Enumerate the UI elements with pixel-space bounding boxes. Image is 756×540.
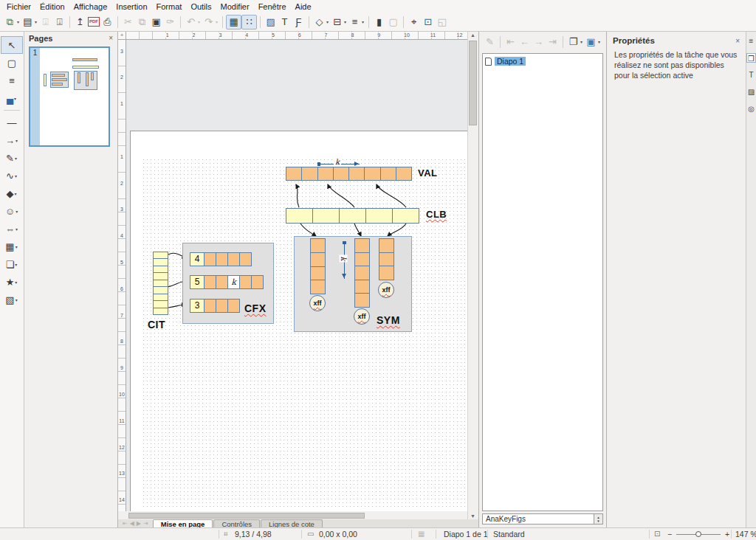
cit-array[interactable] [153,252,168,315]
select-button[interactable]: ↖ [1,36,23,54]
3d-objects-dropdown-icon[interactable]: ▾ [16,297,18,302]
navigator-slide-label[interactable]: Diapo 1 [495,57,526,66]
new-dropdown-icon[interactable]: ▾ [17,19,19,24]
insert-text-box-button[interactable]: T [278,15,292,30]
layer-tab-mise-en-page[interactable]: Mise en page [153,519,213,527]
insert-fontwork-button[interactable]: Ƒ [292,15,306,30]
edit-points-button[interactable]: ⌖ [407,15,421,30]
3d-objects-button[interactable]: ▧▾ [1,291,23,308]
menu-edition[interactable]: Édition [35,1,69,12]
lines-and-arrows-button[interactable]: →▾ [1,131,23,149]
stars-and-banners-button[interactable]: ★▾ [1,273,23,291]
insert-text-box-tool-button[interactable]: ≡ [1,72,23,89]
layer-tab-controles[interactable]: Contrôles [213,519,260,527]
cfx-row[interactable]: 5k [190,275,264,289]
combo-spinner-icon[interactable]: ▲▼ [594,514,602,524]
open-dropdown-icon[interactable]: ▾ [35,19,37,24]
fill-color-dropdown-icon[interactable]: ▾ [14,96,16,101]
undo-dropdown-icon[interactable]: ▾ [198,19,200,24]
flowchart-button[interactable]: ▦▾ [1,238,23,255]
figure-group[interactable]: k VAL CLB k SYM CIT CFX 45k3xffxffxff [142,158,467,510]
clb-array[interactable] [286,208,419,224]
documents-dropdown-icon[interactable]: ▾ [580,39,583,44]
lines-and-arrows-dropdown-icon[interactable]: ▾ [16,138,18,143]
display-grid-button[interactable]: ▦ [226,15,241,30]
horizontal-scrollbar[interactable] [118,512,467,519]
glue-points-button[interactable]: ⊡ [421,15,435,30]
layer-tab-lignes-de-cote[interactable]: Lignes de cote [261,519,323,527]
stars-and-banners-dropdown-icon[interactable]: ▾ [15,280,17,285]
menu-insertion[interactable]: Insertion [111,1,151,12]
transformations-dropdown-icon[interactable]: ▾ [326,19,329,24]
zoom-level[interactable]: 147 % [735,530,756,539]
export-pdf-button[interactable]: PDF [87,15,100,30]
drag-mode-dropdown-icon[interactable]: ▾ [598,39,600,44]
basic-shapes-button[interactable]: ◆▾ [1,184,23,202]
zoom-out-button[interactable]: − [667,530,672,539]
block-arrows-dropdown-icon[interactable]: ▾ [16,226,18,232]
val-label[interactable]: VAL [418,167,438,179]
basic-shapes-dropdown-icon[interactable]: ▾ [14,191,16,196]
export-button[interactable]: ↥ [73,15,87,30]
curves-and-polygons-button[interactable]: ✎▾ [1,149,23,167]
layer-nav-buttons[interactable]: ⇤◀▶⇥ [118,520,153,527]
redo-dropdown-icon[interactable]: ▾ [216,19,218,24]
menu-modifier[interactable]: Modifier [216,1,254,12]
sym-column[interactable] [310,239,326,294]
menu-format[interactable]: Format [152,1,187,12]
open-button[interactable]: ▤▾ [21,15,38,30]
clb-label[interactable]: CLB [426,209,447,220]
page-tab[interactable]: ❒ [746,53,756,63]
properties-tab[interactable]: ≡ [746,36,756,46]
transformations-button[interactable]: ◇▾ [312,15,330,30]
xff-badge[interactable]: xff [309,295,326,311]
menu-affichage[interactable]: Affichage [69,1,112,12]
cfx-row[interactable]: 3 [190,299,240,313]
paste-button[interactable]: ▣ [149,15,163,30]
block-arrows-button[interactable]: ⇔▾ [1,220,23,238]
sym-label[interactable]: SYM [377,314,400,326]
menu-aide[interactable]: Aide [291,1,316,12]
xff-badge[interactable]: xff [378,282,394,298]
cfx-label[interactable]: CFX [244,302,267,314]
styles-tab[interactable]: T [746,70,756,80]
documents-button[interactable]: ❐▾ [566,35,584,49]
menu-fenetre[interactable]: Fenêtre [254,1,291,12]
symbol-shapes-dropdown-icon[interactable]: ▾ [16,209,18,214]
insert-image-button[interactable]: ▨ [264,15,278,30]
xff-badge[interactable]: xff [354,308,370,325]
menu-outils[interactable]: Outils [186,1,216,12]
connectors-button[interactable]: ∿▾ [1,167,23,184]
align-objects-button[interactable]: ⊟▾ [330,15,348,30]
save-as-button[interactable]: ⍗ [52,15,66,30]
sym-column[interactable] [354,239,370,308]
page-style[interactable]: Standard [493,530,525,539]
callouts-button[interactable]: ❏▾ [1,255,23,273]
cfx-row[interactable]: 4 [190,252,252,266]
vertical-ruler[interactable]: 3211234567891011121314 [118,40,126,511]
arrange-button[interactable]: ≡▾ [348,15,365,30]
fill-color-button[interactable]: ▄▾ [1,89,23,107]
drawing-canvas[interactable]: k VAL CLB k SYM CIT CFX 45k3xffxffxff [126,40,467,511]
symbol-shapes-button[interactable]: ☺▾ [1,202,23,220]
new-button[interactable]: ⧉▾ [3,15,21,30]
sym-column[interactable] [379,239,394,280]
zoom-fit-icon[interactable]: ⊡ [654,530,660,538]
drag-mode-button[interactable]: ▣▾ [584,35,602,49]
navigator-document-combo[interactable]: AnaKeyFigs ▲▼ [482,513,603,525]
horizontal-ruler[interactable]: 123456789101112 [126,32,467,40]
insert-line-button[interactable]: — [1,114,23,131]
zoom-in-button[interactable]: + [725,530,729,539]
cit-label[interactable]: CIT [148,319,165,330]
callouts-dropdown-icon[interactable]: ▾ [15,262,17,267]
gallery-tab[interactable]: ▨ [746,87,756,97]
align-objects-dropdown-icon[interactable]: ▾ [344,19,346,24]
snap-to-grid-button[interactable]: ∷ [241,15,257,30]
shadow-button[interactable]: ▮ [372,15,386,30]
print-button[interactable]: ⎙ [100,15,114,30]
page-thumbnail[interactable]: 1 [29,46,110,147]
navigator-tab[interactable]: ◎ [746,104,756,114]
transformations-tool-button[interactable]: ▢ [1,54,23,72]
connectors-dropdown-icon[interactable]: ▾ [15,173,17,179]
flowchart-dropdown-icon[interactable]: ▾ [16,244,18,249]
